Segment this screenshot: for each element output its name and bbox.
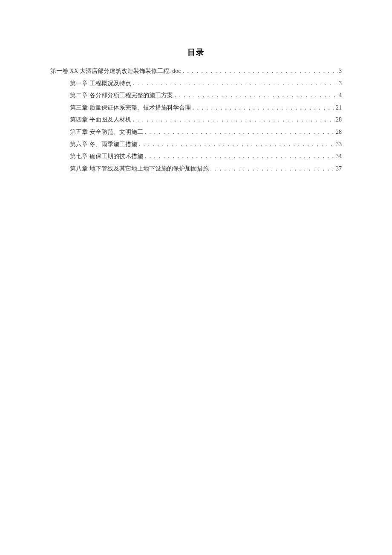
toc-dots — [137, 139, 335, 150]
toc-dots — [143, 151, 335, 162]
toc-page: 37 — [335, 163, 342, 175]
toc-page: 3 — [338, 66, 342, 77]
toc-page: 34 — [335, 151, 342, 162]
toc-dots — [131, 114, 335, 126]
toc-dots — [181, 66, 338, 77]
toc-entry-chapter-3[interactable]: 第三章 质量保证体系完整、技术措施科学合理 21 — [50, 102, 342, 114]
toc-label: 第四章 平面图及人材机 — [70, 114, 131, 126]
toc-title: 目录 — [50, 47, 342, 58]
document-content: 目录 第一卷 XX 大酒店部分建筑改造装饰装修工程. doc 3 第一章 工程概… — [0, 47, 392, 174]
toc-entry-chapter-4[interactable]: 第四章 平面图及人材机 28 — [50, 114, 342, 126]
toc-dots — [173, 90, 338, 101]
toc-label: 第五章 安全防范、文明施工 — [70, 127, 143, 138]
toc-dots — [143, 127, 335, 138]
toc-entry-chapter-8[interactable]: 第八章 地下管线及其它地上地下设施的保护加固措施 37 — [50, 163, 342, 175]
toc-page: 28 — [335, 127, 342, 138]
toc-page: 28 — [335, 114, 342, 126]
toc-label: 第二章 各分部分项工程完整的施工方案 — [70, 90, 173, 101]
toc-entry-chapter-2[interactable]: 第二章 各分部分项工程完整的施工方案 4 — [50, 90, 342, 101]
toc-entry-chapter-6[interactable]: 第六章 冬、雨季施工措施 33 — [50, 139, 342, 150]
toc-entry-chapter-1[interactable]: 第一章 工程概况及特点 3 — [50, 78, 342, 90]
toc-page: 33 — [335, 139, 342, 150]
toc-label: 第六章 冬、雨季施工措施 — [70, 139, 137, 150]
toc-label: 第一卷 XX 大酒店部分建筑改造装饰装修工程. doc — [50, 66, 181, 77]
toc-entry-chapter-5[interactable]: 第五章 安全防范、文明施工 28 — [50, 127, 342, 138]
toc-label: 第八章 地下管线及其它地上地下设施的保护加固措施 — [70, 163, 209, 175]
toc-dots — [191, 102, 335, 114]
toc-page: 3 — [338, 78, 342, 90]
toc-page: 21 — [335, 102, 342, 114]
toc-label: 第三章 质量保证体系完整、技术措施科学合理 — [70, 102, 191, 114]
toc-entry-chapter-7[interactable]: 第七章 确保工期的技术措施 34 — [50, 151, 342, 162]
toc-label: 第一章 工程概况及特点 — [70, 78, 131, 90]
toc-label: 第七章 确保工期的技术措施 — [70, 151, 143, 162]
toc-page: 4 — [338, 90, 342, 101]
toc-dots — [209, 163, 335, 175]
toc-entry-volume-1[interactable]: 第一卷 XX 大酒店部分建筑改造装饰装修工程. doc 3 — [50, 66, 342, 77]
toc-dots — [131, 78, 338, 90]
